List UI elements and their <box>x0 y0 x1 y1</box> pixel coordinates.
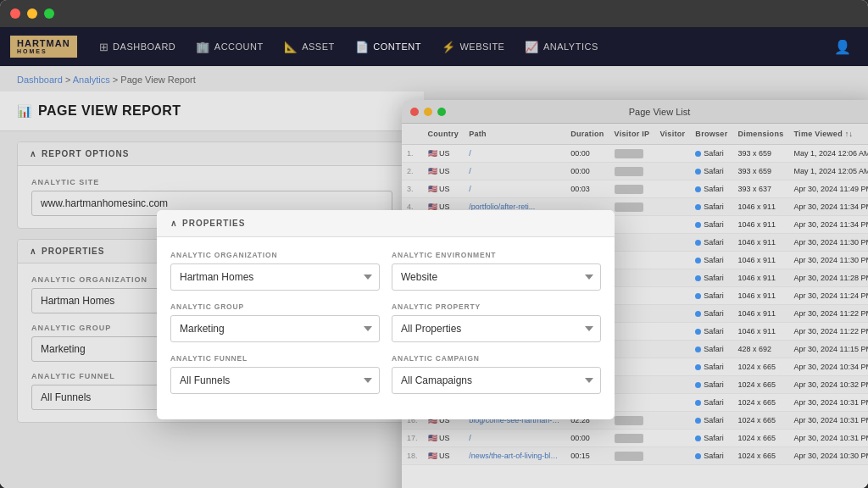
content-icon: 📄 <box>355 41 370 53</box>
maximize-button[interactable] <box>44 8 54 19</box>
modal-header-label: PROPERTIES <box>182 219 245 228</box>
nav-asset-label: ASSET <box>302 42 335 52</box>
nav-website[interactable]: ⚡ WEBSITE <box>433 34 514 60</box>
mac-window: HARTMAN HOMES ⊞ DASHBOARD 🏢 ACCOUNT 📐 AS… <box>0 0 868 488</box>
modal-body: ANALYTIC ORGANIZATION Hartman Homes ANAL… <box>157 237 615 419</box>
modal-env-select[interactable]: Website <box>392 263 601 291</box>
modal-campaign-label: ANALYTIC CAMPAIGN <box>392 354 601 363</box>
modal-property-label: ANALYTIC PROPERTY <box>392 302 601 311</box>
modal-row-1: ANALYTIC ORGANIZATION Hartman Homes ANAL… <box>170 251 601 291</box>
nav-content-label: CONTENT <box>373 42 421 52</box>
modal-org-group: ANALYTIC ORGANIZATION Hartman Homes <box>170 251 380 291</box>
modal-group-label: ANALYTIC GROUP <box>170 302 380 311</box>
modal-env-group: ANALYTIC ENVIRONMENT Website <box>392 251 601 291</box>
account-icon: 🏢 <box>196 41 210 53</box>
title-bar <box>0 0 868 27</box>
logo-bottom: HOMES <box>17 48 70 54</box>
modal-campaign-select[interactable]: All Camapaigns <box>392 367 601 394</box>
modal-org-label: ANALYTIC ORGANIZATION <box>170 251 380 259</box>
modal-campaign-group: ANALYTIC CAMPAIGN All Camapaigns <box>392 354 601 394</box>
nav-analytics-label: ANALYTICS <box>543 42 598 52</box>
modal-property-group: ANALYTIC PROPERTY All Properties <box>392 302 601 342</box>
modal-header: ∧ PROPERTIES <box>157 210 615 237</box>
modal-funnel-label: ANALYTIC FUNNEL <box>170 354 380 363</box>
logo[interactable]: HARTMAN HOMES <box>10 36 77 58</box>
asset-icon: 📐 <box>284 41 298 53</box>
top-nav: HARTMAN HOMES ⊞ DASHBOARD 🏢 ACCOUNT 📐 AS… <box>0 27 868 66</box>
dashboard-icon: ⊞ <box>99 41 109 53</box>
modal-row-2: ANALYTIC GROUP Marketing ANALYTIC PROPER… <box>170 302 601 342</box>
nav-items: ⊞ DASHBOARD 🏢 ACCOUNT 📐 ASSET 📄 CONTENT … <box>91 34 827 60</box>
modal-row-3: ANALYTIC FUNNEL All Funnels ANALYTIC CAM… <box>170 354 601 394</box>
nav-account-label: ACCOUNT <box>214 42 264 52</box>
nav-content[interactable]: 📄 CONTENT <box>347 34 430 60</box>
main-content: Dashboard > Analytics > Page View Report… <box>0 66 868 488</box>
close-button[interactable] <box>10 8 20 19</box>
modal-env-label: ANALYTIC ENVIRONMENT <box>392 251 601 259</box>
minimize-button[interactable] <box>27 8 37 19</box>
nav-asset[interactable]: 📐 ASSET <box>275 34 343 60</box>
nav-dashboard[interactable]: ⊞ DASHBOARD <box>91 34 185 60</box>
analytics-icon: 📈 <box>525 41 539 53</box>
modal-funnel-group: ANALYTIC FUNNEL All Funnels <box>170 354 380 394</box>
nav-analytics[interactable]: 📈 ANALYTICS <box>516 34 606 60</box>
properties-modal: ∧ PROPERTIES ANALYTIC ORGANIZATION Hartm… <box>157 210 615 419</box>
logo-top: HARTMAN <box>17 39 70 48</box>
modal-group-select[interactable]: Marketing <box>170 315 380 342</box>
website-icon: ⚡ <box>442 41 456 53</box>
nav-dashboard-label: DASHBOARD <box>113 42 175 52</box>
user-icon[interactable]: 👤 <box>827 32 858 62</box>
modal-property-select[interactable]: All Properties <box>392 315 601 342</box>
modal-org-select[interactable]: Hartman Homes <box>170 263 380 291</box>
modal-group-group: ANALYTIC GROUP Marketing <box>170 302 380 342</box>
nav-website-label: WEBSITE <box>459 42 504 52</box>
modal-funnel-select[interactable]: All Funnels <box>170 367 380 394</box>
nav-account[interactable]: 🏢 ACCOUNT <box>187 34 271 60</box>
modal-chevron-icon: ∧ <box>170 219 177 228</box>
